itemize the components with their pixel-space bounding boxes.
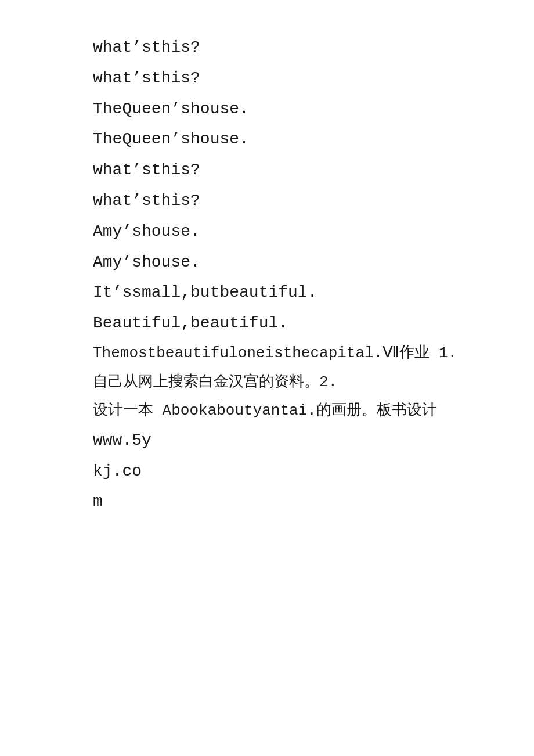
text-line-10: Beautiful,beautiful.	[93, 311, 534, 337]
text-line-8: Amy’shouse.	[93, 250, 534, 276]
text-line-2: what’sthis?	[93, 66, 534, 92]
text-line-12: 自己从网上搜索白金汉宫的资料。2.	[93, 370, 534, 395]
text-line-16: m	[93, 489, 534, 515]
text-line-15: kj.co	[93, 459, 534, 485]
text-line-3: TheQueen’shouse.	[93, 96, 534, 123]
text-line-6: what’sthis?	[93, 188, 534, 214]
content-area: what’sthis?what’sthis?TheQueen’shouse.Th…	[93, 35, 534, 515]
text-line-9: It’ssmall,butbeautiful.	[93, 280, 534, 306]
text-line-11: Themostbeautifuloneisthecapital.Ⅶ作业 1.	[93, 341, 534, 366]
text-line-13: 设计一本 Abookaboutyantai.的画册。板书设计	[93, 399, 534, 423]
text-line-1: what’sthis?	[93, 35, 534, 61]
text-line-5: what’sthis?	[93, 157, 534, 183]
text-line-7: Amy’shouse.	[93, 219, 534, 245]
text-line-14: www.5y	[93, 428, 534, 454]
text-line-4: TheQueen’shouse.	[93, 127, 534, 153]
